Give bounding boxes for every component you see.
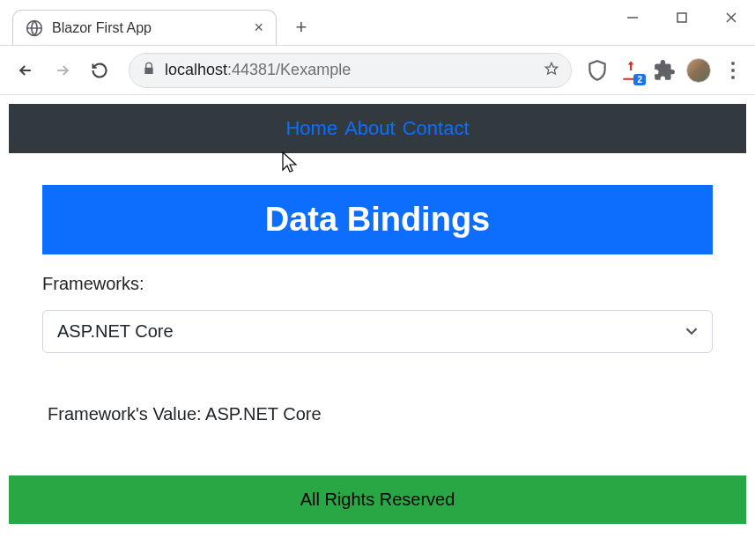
close-window-button[interactable] [714, 5, 748, 30]
value-label: Framework's Value: [48, 404, 205, 424]
minimize-button[interactable] [616, 5, 649, 30]
extensions-puzzle-icon[interactable] [653, 59, 676, 82]
select-value: ASP.NET Core [57, 321, 174, 342]
extension-badge: 2 [633, 74, 646, 85]
url-path: /Kexample [276, 61, 351, 78]
url-text: localhost:44381/Kexample [165, 61, 351, 79]
profile-avatar[interactable] [686, 58, 711, 83]
svg-rect-2 [677, 13, 686, 22]
nav-contact-link[interactable]: Contact [403, 117, 470, 140]
lock-icon [142, 62, 156, 79]
tab-title: Blazor First App [52, 20, 245, 36]
frameworks-select[interactable]: ASP.NET Core [42, 310, 713, 353]
url-host: localhost [165, 61, 227, 78]
window-controls [616, 5, 748, 30]
page-main: Data Bindings Frameworks: ASP.NET Core F… [9, 153, 746, 547]
globe-icon [26, 19, 43, 37]
page-heading: Data Bindings [42, 185, 713, 254]
framework-value-line: Framework's Value: ASP.NET Core [48, 404, 713, 424]
reload-button[interactable] [85, 55, 115, 85]
site-navbar: Home About Contact [9, 104, 746, 153]
mouse-cursor-icon [282, 151, 298, 178]
svg-marker-5 [545, 63, 557, 74]
nav-about-link[interactable]: About [344, 117, 396, 140]
new-tab-button[interactable]: + [285, 11, 317, 43]
browser-tab[interactable]: Blazor First App × [12, 10, 277, 45]
back-button[interactable] [11, 55, 41, 85]
page-viewport: Home About Contact Data Bindings Framewo… [0, 95, 755, 547]
nav-home-link[interactable]: Home [285, 117, 337, 140]
maximize-button[interactable] [665, 5, 699, 30]
value-text: ASP.NET Core [205, 404, 322, 424]
extension-download-icon[interactable]: 2 [619, 59, 642, 82]
chevron-down-icon [685, 321, 698, 342]
frameworks-label: Frameworks: [42, 274, 713, 294]
bookmark-star-icon[interactable] [544, 62, 559, 79]
extension-area: 2 [586, 58, 744, 83]
browser-toolbar: localhost:44381/Kexample 2 [0, 46, 755, 95]
site-footer: All Rights Reserved [9, 475, 746, 524]
shield-icon[interactable] [586, 59, 609, 82]
address-bar[interactable]: localhost:44381/Kexample [129, 53, 572, 88]
forward-button[interactable] [48, 55, 78, 85]
close-tab-icon[interactable]: × [254, 18, 263, 37]
browser-menu-button[interactable] [722, 62, 744, 79]
url-port: :44381 [227, 61, 276, 78]
browser-titlebar: Blazor First App × + [0, 0, 755, 46]
